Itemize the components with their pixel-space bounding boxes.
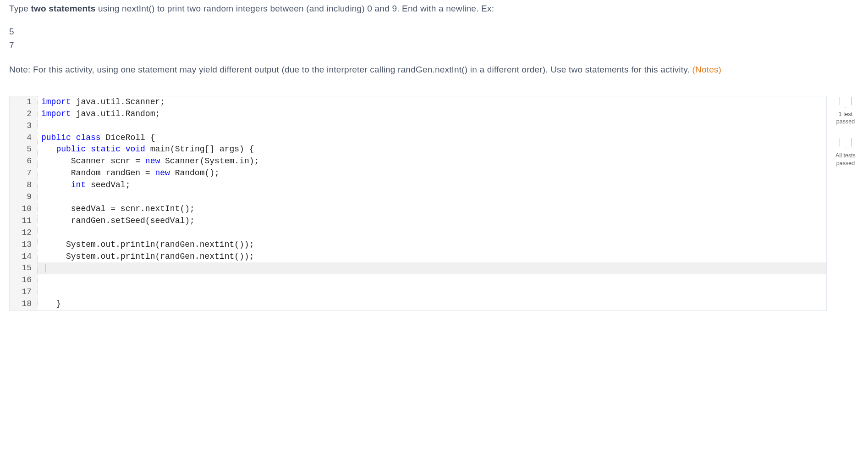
prompt-prefix: Type bbox=[9, 4, 31, 13]
code-content[interactable]: seedVal = scnr.nextInt(); bbox=[37, 203, 826, 215]
code-line[interactable]: 9 bbox=[10, 191, 826, 203]
code-line[interactable]: 12 bbox=[10, 227, 826, 239]
code-content[interactable]: randGen.setSeed(seedVal); bbox=[37, 215, 826, 227]
line-number: 15 bbox=[10, 262, 37, 274]
line-number: 2 bbox=[10, 108, 37, 120]
code-line[interactable]: 5 public static void main(String[] args)… bbox=[10, 144, 826, 156]
line-number: 6 bbox=[10, 156, 37, 167]
note-text: Note: For this activity, using one state… bbox=[9, 63, 859, 77]
shield-icon bbox=[840, 138, 852, 149]
line-number: 12 bbox=[10, 227, 37, 239]
code-line[interactable]: 18 } bbox=[10, 298, 826, 310]
code-line[interactable]: 13 System.out.println(randGen.nextint())… bbox=[10, 239, 826, 251]
code-content[interactable]: public class DiceRoll { bbox=[37, 132, 826, 144]
line-number: 18 bbox=[10, 298, 37, 310]
code-line[interactable]: 14 System.out.println(randGen.nextint())… bbox=[10, 251, 826, 263]
code-line[interactable]: 6 Scanner scnr = new Scanner(System.in); bbox=[10, 156, 826, 167]
badges-panel: 1 testpassed All testspassed bbox=[832, 96, 859, 167]
line-number: 17 bbox=[10, 286, 37, 298]
cursor-icon bbox=[45, 264, 45, 272]
example-line-2: 7 bbox=[9, 39, 859, 52]
code-line[interactable]: 8 int seedVal; bbox=[10, 179, 826, 191]
code-content[interactable] bbox=[37, 274, 826, 286]
code-line[interactable]: 2import java.util.Random; bbox=[10, 108, 826, 120]
notes-link[interactable]: (Notes) bbox=[692, 65, 721, 74]
shield-icon bbox=[840, 97, 852, 108]
code-line[interactable]: 3 bbox=[10, 120, 826, 132]
code-content[interactable]: System.out.println(randGen.nextint()); bbox=[37, 239, 826, 251]
code-line[interactable]: 16 bbox=[10, 274, 826, 286]
line-number: 11 bbox=[10, 215, 37, 227]
code-line[interactable]: 15 bbox=[10, 262, 826, 274]
line-number: 9 bbox=[10, 191, 37, 203]
line-number: 16 bbox=[10, 274, 37, 286]
line-number: 13 bbox=[10, 239, 37, 251]
code-content[interactable] bbox=[37, 120, 826, 132]
code-line[interactable]: 17 bbox=[10, 286, 826, 298]
code-content[interactable]: int seedVal; bbox=[37, 179, 826, 191]
code-content[interactable]: Scanner scnr = new Scanner(System.in); bbox=[37, 156, 826, 167]
code-content[interactable]: } bbox=[37, 298, 826, 310]
code-content[interactable] bbox=[37, 262, 826, 274]
code-content[interactable] bbox=[37, 191, 826, 203]
prompt-section: Type two statements using nextInt() to p… bbox=[9, 2, 859, 77]
note-body: Note: For this activity, using one state… bbox=[9, 65, 692, 74]
line-number: 10 bbox=[10, 203, 37, 215]
example-line-1: 5 bbox=[9, 25, 859, 39]
code-content[interactable]: Random randGen = new Random(); bbox=[37, 167, 826, 179]
code-line[interactable]: 10 seedVal = scnr.nextInt(); bbox=[10, 203, 826, 215]
line-number: 3 bbox=[10, 120, 37, 132]
code-line[interactable]: 4public class DiceRoll { bbox=[10, 132, 826, 144]
code-line[interactable]: 7 Random randGen = new Random(); bbox=[10, 167, 826, 179]
badge-one-test: 1 testpassed bbox=[836, 97, 855, 126]
code-line[interactable]: 11 randGen.setSeed(seedVal); bbox=[10, 215, 826, 227]
example-output: 5 7 bbox=[9, 25, 859, 53]
prompt-suffix: using nextInt() to print two random inte… bbox=[96, 4, 494, 13]
badge-one-test-label: 1 testpassed bbox=[836, 111, 855, 126]
prompt-text: Type two statements using nextInt() to p… bbox=[9, 2, 859, 16]
code-content[interactable] bbox=[37, 286, 826, 298]
code-content[interactable]: import java.util.Scanner; bbox=[37, 96, 826, 108]
badge-all-tests-label: All testspassed bbox=[835, 152, 856, 167]
code-content[interactable]: import java.util.Random; bbox=[37, 108, 826, 120]
line-number: 1 bbox=[10, 96, 37, 108]
code-content[interactable]: System.out.println(randGen.nextint()); bbox=[37, 251, 826, 263]
prompt-bold: two statements bbox=[31, 4, 95, 13]
line-number: 14 bbox=[10, 251, 37, 263]
code-content[interactable]: public static void main(String[] args) { bbox=[37, 144, 826, 156]
line-number: 5 bbox=[10, 144, 37, 156]
line-number: 4 bbox=[10, 132, 37, 144]
line-number: 7 bbox=[10, 167, 37, 179]
code-container: 1import java.util.Scanner;2import java.u… bbox=[9, 96, 859, 311]
code-line[interactable]: 1import java.util.Scanner; bbox=[10, 96, 826, 108]
line-number: 8 bbox=[10, 179, 37, 191]
code-content[interactable] bbox=[37, 227, 826, 239]
code-editor[interactable]: 1import java.util.Scanner;2import java.u… bbox=[9, 96, 827, 311]
badge-all-tests: All testspassed bbox=[835, 138, 856, 167]
